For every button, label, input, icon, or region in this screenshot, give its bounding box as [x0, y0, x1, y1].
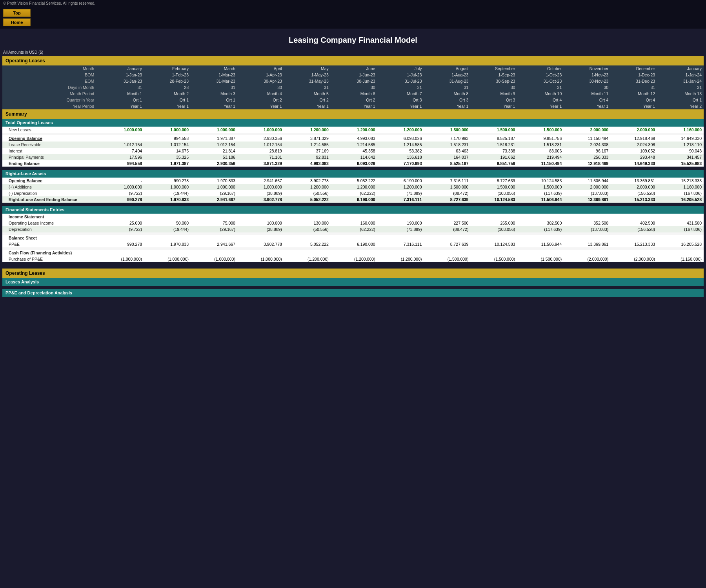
page-title: Leasing Company Financial Model	[0, 36, 706, 45]
page-title-area: Leasing Company Financial Model	[0, 29, 706, 49]
opening-balance-label: Opening Balance	[2, 135, 97, 142]
income-statement-row: Income Statement	[2, 214, 704, 220]
op-lease-income-label: Operating Lease Income	[2, 220, 97, 226]
lease-receivable-row: Lease Receivable 1.012.154 1.012.154 1.0…	[2, 142, 704, 148]
copyright-text: © Profit Vision Financial Services. All …	[3, 1, 95, 5]
opening-balance-row: Opening Balance - 994.558 1.971.387 2.93…	[2, 135, 704, 142]
home-button[interactable]: Home	[3, 18, 31, 26]
col-dec-month: December	[610, 65, 657, 72]
summary-header: Summary	[2, 109, 704, 119]
col-apr-month: April	[237, 65, 284, 72]
ending-balance-label: Ending Balance	[2, 160, 97, 167]
days-header-label: Days in Month	[2, 84, 97, 91]
operating-leases2-header: Operating Leases	[2, 269, 704, 278]
section-spacer-1	[2, 167, 704, 170]
fin-statements-header: Financial Statements Entries	[2, 206, 704, 214]
principal-label: Principal Payments	[2, 154, 97, 160]
currency-note: All Amounts in USD ($)	[0, 49, 706, 56]
rou-additions-row: (+) Additions 1.000.000 1.000.000 1.000.…	[2, 184, 704, 190]
rou-depreciation-label: (-) Depreciation	[2, 190, 97, 196]
col-aug-month: August	[424, 65, 471, 72]
year-header-label: Year Period	[2, 103, 97, 109]
rou-depreciation-row: (-) Depreciation (9.722) (19.444) (29.16…	[2, 190, 704, 196]
cashflow-label: Cash Flow (Financing Activities)	[2, 250, 704, 256]
col-jun-month: June	[331, 65, 377, 72]
col-nov-month: November	[564, 65, 610, 72]
operating-leases-header: Operating Leases	[2, 56, 704, 65]
total-operating-leases-header: Total Operating Leases	[2, 119, 704, 127]
col-may-month: May	[284, 65, 331, 72]
bom-header-label: BOM	[2, 72, 97, 78]
period-header-label: Month Period	[2, 91, 97, 97]
op-lease-income-row: Operating Lease Income 25.000 50.000 75.…	[2, 220, 704, 226]
col-mar-month: March	[191, 65, 237, 72]
ppe-row: PP&E 990.278 1.970.833 2.941.667 3.902.7…	[2, 241, 704, 247]
section-spacer-2	[2, 203, 704, 206]
col-jan2-month: January	[657, 65, 704, 72]
interest-row: Interest 7.404 14.675 21.814 28.819 37.1…	[2, 148, 704, 154]
rou-opening-row: Opening Balance - 990.278 1.970.833 2.94…	[2, 178, 704, 184]
depreciation-label: Depreciation	[2, 226, 97, 232]
purchase-ppe-row: Purchase of PP&E (1.000.000) (1.000.000)…	[2, 256, 704, 262]
ppe-depreciation-header: PP&E and Depreciation Analysis	[2, 289, 704, 297]
section-spacer-5	[2, 262, 704, 269]
purchase-ppe-label: Purchase of PP&E	[2, 256, 97, 262]
interest-label: Interest	[2, 148, 97, 154]
col-feb-month: February	[144, 65, 191, 72]
col-sep-month: September	[470, 65, 517, 72]
rou-opening-label: Opening Balance	[2, 178, 97, 184]
month-header-label: Month	[2, 65, 97, 72]
col-oct-month: October	[517, 65, 564, 72]
top-bar: © Profit Vision Financial Services. All …	[0, 0, 706, 7]
col-jan-month: January	[97, 65, 144, 72]
leases-analysis-header: Leases Analysis	[2, 278, 704, 286]
eom-header-label: EOM	[2, 78, 97, 84]
balance-sheet-label: Balance Sheet	[2, 235, 704, 241]
quarter-header-label: Quarter in Year	[2, 97, 97, 103]
cashflow-row: Cash Flow (Financing Activities)	[2, 250, 704, 256]
rou-ending-label: Right-of-use Asset Ending Balance	[2, 196, 97, 203]
rou-ending-row: Right-of-use Asset Ending Balance 990.27…	[2, 196, 704, 203]
new-leases-row: New Leases 1.000.000 1.000.000 1.000.000…	[2, 127, 704, 133]
income-statement-label: Income Statement	[2, 214, 704, 220]
ppe-label: PP&E	[2, 241, 97, 247]
main-table-wrapper: Operating Leases Month January February …	[0, 56, 706, 301]
balance-sheet-row: Balance Sheet	[2, 235, 704, 241]
col-jul-month: July	[377, 65, 424, 72]
top-button[interactable]: Top	[3, 9, 31, 17]
depreciation-row: Depreciation (9.722) (19.444) (29.167) (…	[2, 226, 704, 232]
new-leases-label: New Leases	[2, 127, 97, 133]
nav-area: Top Home	[0, 7, 706, 29]
principal-row: Principal Payments 17.596 35.325 53.186 …	[2, 154, 704, 160]
rou-header: Right-of-use Assets	[2, 170, 704, 178]
rou-additions-label: (+) Additions	[2, 184, 97, 190]
ending-balance-row: Ending Balance 994.558 1.971.387 2.930.3…	[2, 160, 704, 167]
lease-receivable-label: Lease Receivable	[2, 142, 97, 148]
section-spacer-6	[2, 286, 704, 289]
